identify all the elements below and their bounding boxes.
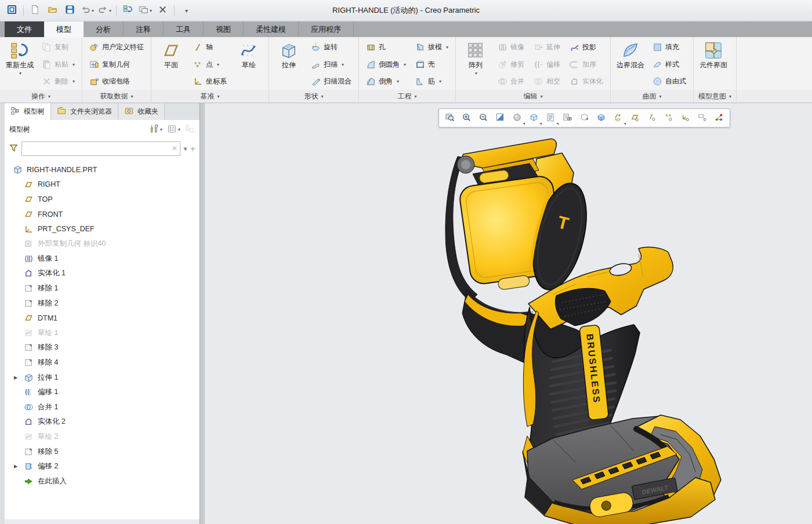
tab-tools[interactable]: 工具: [164, 21, 204, 37]
copy-geometry-button[interactable]: 复制几何: [86, 57, 147, 72]
round-button[interactable]: 倒圆角▾: [363, 57, 409, 72]
paste-button[interactable]: 粘贴▾: [39, 57, 78, 72]
tree-item[interactable]: 合并 1: [5, 400, 200, 415]
plane-button[interactable]: 平面: [154, 39, 188, 90]
draft-button[interactable]: 拔模▾: [412, 39, 451, 55]
tab-analysis[interactable]: 分析: [84, 21, 124, 37]
point-button[interactable]: 点▾: [190, 57, 230, 72]
get-data-group-label[interactable]: 获取数据▾: [82, 90, 151, 103]
filter-dropdown-button[interactable]: ▾: [183, 144, 187, 153]
zoom-in-button[interactable]: [458, 110, 475, 126]
datum-group-label[interactable]: 基准▾: [151, 90, 269, 103]
sweep-button[interactable]: 扫描▾: [308, 57, 354, 72]
extend-button[interactable]: 延伸: [531, 39, 563, 55]
mirror-button[interactable]: 镜像: [495, 39, 527, 55]
intersect-button[interactable]: 相交: [531, 74, 563, 89]
zoom-out-button[interactable]: [475, 110, 492, 126]
delete-button[interactable]: 删除▾: [39, 74, 78, 89]
tab-flexible-modeling[interactable]: 柔性建模: [244, 21, 299, 37]
display-style-button[interactable]: [593, 110, 610, 126]
new-button[interactable]: [27, 3, 44, 19]
tab-applications[interactable]: 应用程序: [299, 21, 354, 37]
open-button[interactable]: [44, 3, 61, 19]
tree-item[interactable]: 移除 4: [5, 355, 200, 370]
app-button[interactable]: [3, 3, 20, 19]
view-manager-button[interactable]: [542, 110, 559, 126]
axis-display-button[interactable]: [643, 110, 660, 126]
tree-item[interactable]: RIGHT-HANDLE.PRT: [5, 162, 200, 177]
customize-button[interactable]: ▾: [177, 3, 194, 19]
surfaces-group-label[interactable]: 曲面▾: [611, 90, 693, 103]
solidify-button[interactable]: 实体化: [567, 74, 606, 89]
expand-arrow-icon[interactable]: ▶: [14, 464, 20, 469]
display-images-button[interactable]: [559, 110, 576, 126]
tree-tools-button[interactable]: ▾: [149, 124, 162, 136]
operations-group-label[interactable]: 操作▾: [0, 90, 82, 103]
regenerate-button[interactable]: [119, 3, 136, 19]
panel-tab-favorites[interactable]: 收藏夹: [118, 103, 165, 120]
tree-item[interactable]: 草绘 1: [5, 326, 200, 341]
render-style-button[interactable]: [509, 110, 525, 126]
panel-tab-folder-browser[interactable]: 文件夹浏览器: [51, 103, 118, 120]
tree-item[interactable]: DTM1: [5, 311, 200, 326]
project-button[interactable]: 投影: [567, 39, 606, 55]
regenerate-button[interactable]: 重新生成▾: [3, 39, 37, 90]
hole-button[interactable]: 孔: [363, 39, 409, 55]
panel-tab-model-tree[interactable]: 模型树: [5, 103, 51, 120]
pattern-button[interactable]: 阵列▾: [459, 39, 492, 90]
tree-item[interactable]: 移除 3: [5, 340, 200, 355]
annotation-display-button[interactable]: [694, 110, 710, 126]
close-window-button[interactable]: [154, 3, 171, 19]
tree-item[interactable]: ▶偏移 2: [5, 459, 200, 474]
sketch-button[interactable]: 草绘: [232, 39, 266, 90]
tree-item[interactable]: 外部复制几何 标识40: [5, 236, 200, 252]
tree-filter-input[interactable]: [21, 141, 180, 156]
tree-item[interactable]: RIGHT: [5, 177, 200, 192]
repaint-button[interactable]: [492, 110, 509, 126]
panel-splitter[interactable]: [200, 103, 205, 524]
window-switch-button[interactable]: ▾: [137, 3, 154, 19]
clear-filter-icon[interactable]: ✕: [172, 144, 177, 152]
plane-display-button[interactable]: [626, 110, 643, 126]
capture-button[interactable]: [576, 110, 593, 126]
component-interface-button[interactable]: 元件界面: [697, 39, 730, 90]
shrinkwrap-button[interactable]: 收缩包络: [86, 74, 147, 89]
offset-button[interactable]: 偏移: [531, 57, 563, 72]
freestyle-button[interactable]: 自由式: [650, 74, 689, 89]
tree-item[interactable]: 偏移 1: [5, 385, 200, 400]
tree-settings-button[interactable]: ▾: [167, 124, 180, 136]
tab-view[interactable]: 视图: [204, 21, 244, 37]
tree-item[interactable]: TOP: [5, 192, 200, 207]
rib-button[interactable]: 筋▾: [412, 74, 451, 89]
tab-file[interactable]: 文件: [5, 21, 44, 37]
revolve-button[interactable]: 旋转: [308, 39, 354, 55]
saved-orientations-button[interactable]: [525, 110, 542, 126]
tree-item[interactable]: 镜像 1: [5, 252, 200, 267]
tree-item[interactable]: 移除 5: [5, 444, 200, 459]
tree-item[interactable]: FRONT: [5, 207, 200, 222]
swept-blend-button[interactable]: 扫描混合: [308, 74, 354, 89]
shell-button[interactable]: 壳: [412, 57, 451, 72]
tab-annotate[interactable]: 注释: [124, 21, 164, 37]
tree-item[interactable]: 实体化 2: [5, 414, 200, 430]
editing-group-label[interactable]: 编辑▾: [456, 90, 610, 103]
tab-model[interactable]: 模型: [44, 21, 84, 37]
tree-item[interactable]: PRT_CSYS_DEF: [5, 221, 200, 236]
style-button[interactable]: 样式: [650, 57, 689, 72]
csys-display-button[interactable]: [677, 110, 694, 126]
csys-button[interactable]: 坐标系: [190, 74, 230, 89]
copy-button[interactable]: 复制: [39, 39, 78, 55]
point-display-button[interactable]: [660, 110, 677, 126]
spin-center-button[interactable]: [710, 110, 727, 126]
udf-button[interactable]: 用户定义特征: [86, 39, 147, 55]
tree-item[interactable]: 在此插入: [5, 474, 200, 489]
add-filter-button[interactable]: +: [190, 144, 195, 154]
refit-button[interactable]: [441, 110, 458, 126]
tree-item[interactable]: 草绘 2: [5, 430, 200, 445]
tree-item[interactable]: 移除 1: [5, 281, 200, 296]
fill-button[interactable]: 填充: [650, 39, 689, 55]
thicken-button[interactable]: 加厚: [567, 57, 606, 72]
save-button[interactable]: [61, 3, 78, 19]
boundary-blend-button[interactable]: 边界混合: [614, 39, 647, 90]
tree-item[interactable]: 实体化 1: [5, 266, 200, 281]
